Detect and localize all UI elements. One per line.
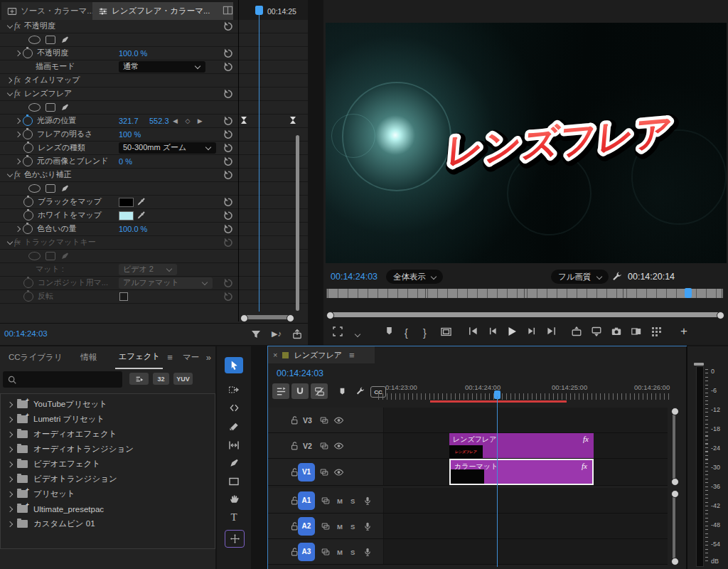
stopwatch-icon[interactable] (23, 143, 33, 153)
yuv-badge[interactable]: YUV (173, 373, 193, 385)
tab-markers-truncated[interactable]: マー (180, 346, 203, 368)
reset-icon[interactable] (223, 196, 234, 208)
source-patch-badge[interactable]: V1 (298, 463, 315, 482)
play-audio-icon[interactable]: ▶♪ (272, 329, 282, 339)
pen-mask-icon[interactable] (60, 184, 70, 193)
mute-button[interactable]: M (337, 548, 343, 555)
twirl-right-icon[interactable] (8, 402, 13, 407)
accelerated-effects-badge[interactable] (129, 373, 149, 385)
eye-toggle-icon[interactable] (333, 467, 344, 477)
multi-camera-icon[interactable] (651, 326, 662, 337)
reset-icon[interactable] (223, 142, 234, 154)
fit-frame-icon[interactable] (332, 326, 343, 337)
reset-icon[interactable] (223, 88, 234, 100)
invert-checkbox[interactable] (119, 292, 128, 301)
panel-menu-icon[interactable]: ≡ (167, 352, 173, 363)
step-back-icon[interactable] (487, 326, 498, 336)
audio-tracks-scrollbar[interactable] (671, 490, 677, 565)
pen-mask-icon[interactable] (60, 35, 70, 44)
effects-search-input[interactable] (3, 371, 122, 388)
sync-lock-icon[interactable] (321, 521, 331, 531)
scrollbar-knob[interactable] (671, 478, 679, 486)
twirl-down-icon[interactable] (7, 172, 12, 177)
timeline-settings-button[interactable] (352, 383, 369, 399)
scrollbar-knob[interactable] (240, 314, 248, 322)
scrollbar-knob[interactable] (671, 408, 679, 415)
reset-icon[interactable] (223, 61, 234, 73)
safe-margins-icon[interactable] (440, 326, 452, 338)
eye-toggle-icon[interactable] (333, 415, 344, 425)
eyedropper-icon[interactable] (136, 211, 146, 220)
linked-selection-toggle[interactable] (311, 383, 328, 399)
reset-icon[interactable] (223, 21, 234, 32)
rect-mask-icon[interactable] (46, 36, 55, 44)
sync-lock-icon[interactable] (319, 467, 329, 477)
rectangle-tool[interactable] (225, 473, 243, 489)
list-item[interactable]: ビデオエフェクト (1, 457, 215, 472)
tab-source-monitor[interactable]: ソース・カラーマ... (1, 2, 100, 20)
add-marker-icon[interactable] (384, 326, 395, 336)
comparison-view-icon[interactable] (631, 326, 642, 337)
param-value[interactable]: 100.0 % (119, 225, 147, 233)
program-time-ruler[interactable] (326, 289, 723, 298)
twirl-right-icon[interactable] (16, 159, 21, 164)
lock-icon[interactable] (289, 441, 299, 451)
twirl-right-icon[interactable] (8, 447, 13, 452)
tab-overflow-icon[interactable]: » (206, 352, 211, 363)
solo-button[interactable]: S (350, 496, 355, 504)
reset-icon[interactable] (223, 156, 234, 167)
twirl-right-icon[interactable] (8, 462, 13, 467)
scrollbar-knob[interactable] (287, 314, 294, 322)
twirl-right-icon[interactable] (8, 477, 13, 482)
reset-icon[interactable] (223, 223, 234, 235)
lift-icon[interactable] (571, 326, 582, 337)
scrollbar-bar[interactable] (331, 312, 719, 317)
list-item[interactable]: ビデオトランジション (1, 472, 215, 486)
list-item[interactable]: YouTubeプリセット (1, 397, 215, 412)
video-tracks-scrollbar[interactable] (671, 408, 677, 486)
playback-quality-select[interactable]: フル画質 (551, 270, 609, 284)
twirl-right-icon[interactable] (16, 226, 21, 231)
clip-color-matte-selected[interactable]: カラーマット fx (449, 459, 594, 485)
program-scrollbar[interactable] (326, 311, 724, 319)
tab-info[interactable]: 情報 (77, 346, 100, 368)
source-patch-badge[interactable]: A3 (298, 543, 315, 561)
stopwatch-icon[interactable] (23, 48, 33, 58)
track-a2[interactable]: A2 M S (268, 514, 668, 539)
ripple-edit-tool[interactable] (225, 400, 243, 416)
list-item[interactable]: Lumetri プリセット (1, 412, 215, 427)
mini-timeline-scrollbar[interactable] (240, 314, 294, 321)
play-icon[interactable] (506, 326, 518, 337)
source-patch-badge[interactable]: A2 (298, 517, 315, 536)
twirl-right-icon[interactable] (8, 506, 13, 511)
track-a3[interactable]: A3 M S (268, 539, 668, 565)
rect-mask-icon[interactable] (46, 184, 55, 193)
keyframe-nav-icons[interactable]: ◀ ◇ ▶ (173, 117, 205, 124)
clip-lens-flare[interactable]: レンズフレア fx レンズフレア (449, 433, 594, 458)
param-value[interactable]: 100.0 % (119, 49, 147, 58)
track-select-forward-tool[interactable] (225, 381, 243, 398)
eye-toggle-icon[interactable] (333, 440, 344, 451)
param-value-y[interactable]: 552.3 (149, 117, 169, 125)
sync-lock-icon[interactable] (319, 441, 329, 451)
reset-icon[interactable] (223, 169, 234, 181)
ellipse-mask-icon[interactable] (28, 36, 41, 44)
step-forward-icon[interactable] (527, 326, 537, 336)
reset-icon[interactable] (223, 210, 234, 221)
mic-voiceover-icon[interactable] (363, 496, 373, 506)
fx-badge-icon[interactable]: fx (14, 169, 21, 180)
lock-icon[interactable] (289, 415, 299, 425)
panel-split-icon[interactable] (223, 5, 233, 16)
selection-tool[interactable] (225, 357, 243, 373)
32bit-badge[interactable]: 32 (153, 373, 169, 385)
stopwatch-icon[interactable] (23, 224, 33, 234)
reset-icon[interactable] (223, 129, 234, 140)
scrollbar-bar[interactable] (673, 413, 675, 480)
extract-icon[interactable] (591, 326, 602, 337)
white-color-swatch[interactable] (119, 211, 134, 220)
tab-cc-libraries[interactable]: CCライブラリ (6, 346, 65, 368)
track-v2[interactable]: V2 レンズフレア fx レンズフレア (268, 433, 668, 459)
keyframe-marker[interactable] (290, 117, 296, 124)
twirl-right-icon[interactable] (8, 417, 13, 422)
param-value-x[interactable]: 321.7 (119, 117, 139, 125)
